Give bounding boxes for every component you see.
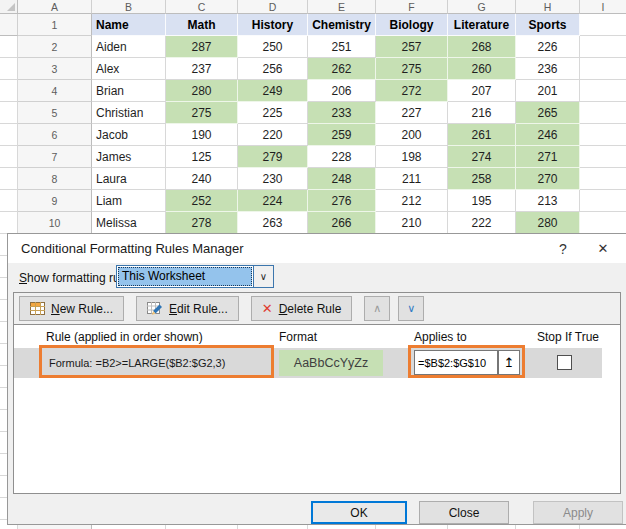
cell-F6[interactable]: 261 [448, 124, 516, 146]
cell-B8[interactable]: 240 [166, 168, 238, 190]
column-header-B[interactable]: B [92, 0, 166, 14]
select-all-button[interactable] [0, 0, 18, 14]
cell-C9[interactable]: 224 [238, 190, 308, 212]
cell-I7[interactable] [0, 168, 18, 190]
cell-F1[interactable]: Literature [448, 14, 516, 36]
cell-D9[interactable]: 276 [308, 190, 376, 212]
cell-I4[interactable] [0, 102, 18, 124]
row-header-9[interactable]: 9 [18, 190, 92, 212]
cell-B6[interactable]: 190 [166, 124, 238, 146]
scope-combobox[interactable]: This Worksheet ∨ [116, 265, 274, 288]
help-button[interactable]: ? [549, 234, 577, 263]
cell-H2[interactable] [580, 36, 626, 58]
cell-B7[interactable]: 125 [166, 146, 238, 168]
stop-if-true-checkbox[interactable] [557, 355, 572, 370]
cell-H1[interactable] [580, 14, 626, 36]
cell-C1[interactable]: History [238, 14, 308, 36]
cell-E4[interactable]: 272 [376, 80, 448, 102]
cell-A9[interactable]: Liam [92, 190, 166, 212]
cell-E1[interactable]: Biology [376, 14, 448, 36]
cell-I8[interactable] [0, 190, 18, 212]
cell-H4[interactable] [580, 80, 626, 102]
cell-D7[interactable]: 228 [308, 146, 376, 168]
cell-A7[interactable]: James [92, 146, 166, 168]
cell-G7[interactable]: 271 [516, 146, 580, 168]
cell-I1[interactable] [0, 36, 18, 58]
cell-F10[interactable]: 222 [448, 212, 516, 234]
cell-F9[interactable]: 195 [448, 190, 516, 212]
move-down-button[interactable]: ∨ [398, 296, 424, 321]
cell-A3[interactable]: Alex [92, 58, 166, 80]
cell-G10[interactable]: 280 [516, 212, 580, 234]
column-header-C[interactable]: C [166, 0, 238, 14]
cell-D6[interactable]: 259 [308, 124, 376, 146]
cell-E6[interactable]: 200 [376, 124, 448, 146]
row-header-7[interactable]: 7 [18, 146, 92, 168]
close-button-bottom[interactable]: Close [419, 501, 509, 524]
cell-G2[interactable]: 226 [516, 36, 580, 58]
cell-G1[interactable]: Sports [516, 14, 580, 36]
cell-C7[interactable]: 279 [238, 146, 308, 168]
cell-E8[interactable]: 211 [376, 168, 448, 190]
cell-H9[interactable] [580, 190, 626, 212]
dialog-titlebar[interactable]: Conditional Formatting Rules Manager ? ✕ [8, 234, 626, 263]
cell-D4[interactable]: 206 [308, 80, 376, 102]
cell-F5[interactable]: 216 [448, 102, 516, 124]
cell-E9[interactable]: 212 [376, 190, 448, 212]
cell-B10[interactable]: 278 [166, 212, 238, 234]
cell-E10[interactable]: 210 [376, 212, 448, 234]
move-up-button[interactable]: ∧ [364, 296, 390, 321]
cell-A8[interactable]: Laura [92, 168, 166, 190]
chevron-down-icon[interactable]: ∨ [253, 266, 273, 287]
cell-H10[interactable] [580, 212, 626, 234]
row-header-10[interactable]: 10 [18, 212, 92, 234]
column-header-I[interactable]: I [580, 0, 626, 14]
cell-B3[interactable]: 237 [166, 58, 238, 80]
cell-G6[interactable]: 246 [516, 124, 580, 146]
cell-F7[interactable]: 274 [448, 146, 516, 168]
cell-C3[interactable]: 256 [238, 58, 308, 80]
cell-H7[interactable] [580, 146, 626, 168]
cell-I6[interactable] [0, 146, 18, 168]
cell-H3[interactable] [580, 58, 626, 80]
cell-H6[interactable] [580, 124, 626, 146]
row-header-1[interactable]: 1 [18, 14, 92, 36]
row-header-5[interactable]: 5 [18, 102, 92, 124]
cell-E3[interactable]: 275 [376, 58, 448, 80]
cell-E5[interactable]: 227 [376, 102, 448, 124]
cell-G5[interactable]: 265 [516, 102, 580, 124]
cell-B5[interactable]: 275 [166, 102, 238, 124]
cell-G9[interactable]: 213 [516, 190, 580, 212]
cell-A4[interactable]: Brian [92, 80, 166, 102]
cell-H5[interactable] [580, 102, 626, 124]
cell-D5[interactable]: 233 [308, 102, 376, 124]
cell-F2[interactable]: 268 [448, 36, 516, 58]
cell-C10[interactable]: 263 [238, 212, 308, 234]
cell-A1[interactable]: Name [92, 14, 166, 36]
cell-G3[interactable]: 236 [516, 58, 580, 80]
cell-A2[interactable]: Aiden [92, 36, 166, 58]
cell-D8[interactable]: 248 [308, 168, 376, 190]
cell-C4[interactable]: 249 [238, 80, 308, 102]
row-header-2[interactable]: 2 [18, 36, 92, 58]
cell-D2[interactable]: 251 [308, 36, 376, 58]
ok-button[interactable]: OK [311, 501, 407, 524]
cell-B9[interactable]: 252 [166, 190, 238, 212]
cell-A10[interactable]: Melissa [92, 212, 166, 234]
cell-B4[interactable]: 280 [166, 80, 238, 102]
column-header-E[interactable]: E [308, 0, 376, 14]
cell-F8[interactable]: 258 [448, 168, 516, 190]
cell-E2[interactable]: 257 [376, 36, 448, 58]
row-header-4[interactable]: 4 [18, 80, 92, 102]
column-header-F[interactable]: F [376, 0, 448, 14]
cell-G8[interactable]: 270 [516, 168, 580, 190]
delete-rule-button[interactable]: ✕ Delete Rule [251, 296, 353, 321]
cell-I5[interactable] [0, 124, 18, 146]
cell-B1[interactable]: Math [166, 14, 238, 36]
column-header-H[interactable]: H [516, 0, 580, 14]
cell-D10[interactable]: 266 [308, 212, 376, 234]
column-header-A[interactable]: A [18, 0, 92, 14]
cell-I2[interactable] [0, 58, 18, 80]
cell-I3[interactable] [0, 80, 18, 102]
cell-C5[interactable]: 225 [238, 102, 308, 124]
